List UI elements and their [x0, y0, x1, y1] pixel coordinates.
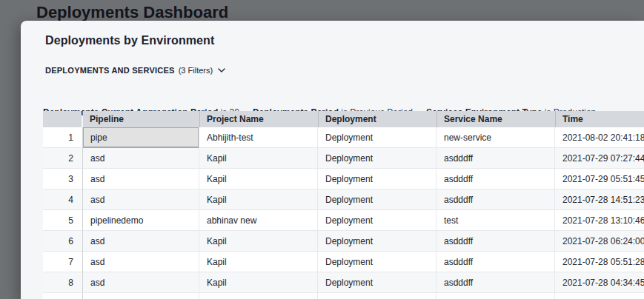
cell-pipeline[interactable]: asd — [83, 148, 199, 169]
cell-pipeline[interactable]: pipelinedemo — [83, 210, 199, 231]
cell-time[interactable]: 2021-07-28 13:10:46 — [555, 210, 644, 231]
cell-pipeline[interactable]: asd — [83, 189, 199, 210]
table-header-corner — [43, 111, 82, 127]
page-title: Deployments Dashboard — [36, 3, 228, 22]
cell-project-name[interactable]: Abhijith-test — [199, 127, 318, 148]
filters-count: (3 Filters) — [179, 66, 213, 75]
row-number: 3 — [43, 169, 83, 189]
cell-time[interactable]: 2021-07-28 06:24:00 — [555, 231, 644, 252]
cell-time[interactable]: 2021-07-28 14:51:23 — [555, 189, 644, 210]
cell-deployment[interactable]: Deployment — [318, 189, 436, 210]
cell-deployment[interactable]: Deployment — [318, 210, 436, 231]
cell-service-name[interactable]: asdddff — [436, 148, 555, 169]
column-header-project-name[interactable]: Project Name — [199, 111, 318, 127]
cell-deployment[interactable]: Deployment — [318, 252, 436, 272]
row-number: 5 — [43, 210, 83, 231]
cell-project-name[interactable]: Kapil — [199, 189, 318, 210]
deployments-table: PipelineProject NameDeploymentService Na… — [43, 111, 644, 299]
table-header-row: PipelineProject NameDeploymentService Na… — [43, 111, 644, 127]
row-number: 7 — [43, 252, 83, 272]
cell-pipeline[interactable]: asd — [83, 293, 199, 299]
filters-section-label: DEPLOYMENTS AND SERVICES — [45, 66, 175, 75]
table-row: 3asdKapilDeploymentasdddff2021-07-29 05:… — [43, 169, 644, 189]
cell-time[interactable]: 2021-07-28 04:34:45 — [555, 272, 644, 293]
column-header-deployment[interactable]: Deployment — [318, 111, 436, 127]
cell-time[interactable]: 2021-07-28 04:14:45 — [555, 293, 644, 299]
cell-time[interactable]: 2021-08-02 20:41:18 — [555, 127, 644, 148]
cell-pipeline[interactable]: asd — [83, 272, 199, 293]
cell-pipeline[interactable]: pipe — [83, 127, 199, 148]
cell-service-name[interactable]: asdddff — [436, 272, 555, 293]
cell-deployment[interactable]: Deployment — [318, 127, 436, 148]
cell-deployment[interactable]: Deployment — [318, 169, 436, 189]
filters-section-toggle[interactable]: DEPLOYMENTS AND SERVICES (3 Filters) — [45, 66, 225, 75]
column-header-pipeline[interactable]: Pipeline — [83, 111, 199, 127]
card-title: Deployments by Environment — [45, 34, 214, 47]
row-number: 4 — [43, 189, 83, 210]
cell-time[interactable]: 2021-07-28 05:51:28 — [555, 252, 644, 272]
cell-deployment[interactable]: Deployment — [318, 231, 436, 252]
deployments-by-environment-card: Deployments by Environment DEPLOYMENTS A… — [21, 21, 644, 299]
cell-service-name[interactable]: test — [436, 210, 555, 231]
cell-project-name[interactable]: Kapil — [199, 293, 318, 299]
cell-time[interactable]: 2021-07-29 05:51:45 — [555, 169, 644, 189]
row-number: 1 — [43, 127, 83, 148]
cell-service-name[interactable]: asdddff — [436, 189, 555, 210]
cell-project-name[interactable]: Kapil — [199, 148, 318, 169]
cell-service-name[interactable]: asdddff — [436, 231, 555, 252]
cell-project-name[interactable]: Kapil — [199, 169, 318, 189]
column-header-service-name[interactable]: Service Name — [436, 111, 555, 127]
cell-deployment[interactable]: Deployment — [318, 272, 436, 293]
table-row: 8asdKapilDeploymentasdddff2021-07-28 04:… — [43, 272, 644, 293]
table-row: 5pipelinedemoabhinav newDeploymenttest20… — [43, 210, 644, 231]
table-row: 1pipeAbhijith-testDeploymentnew-service2… — [43, 127, 644, 148]
cell-deployment[interactable]: Deployment — [318, 148, 436, 169]
cell-project-name[interactable]: Kapil — [199, 272, 318, 293]
table-row: 7asdKapilDeploymentasdddff2021-07-28 05:… — [43, 252, 644, 272]
cell-time[interactable]: 2021-07-29 07:27:44 — [555, 148, 644, 169]
cell-pipeline[interactable]: asd — [83, 231, 199, 252]
chevron-down-icon — [218, 68, 225, 73]
table-row: 9asdKapilDeploymentasdddff2021-07-28 04:… — [43, 293, 644, 299]
cell-service-name[interactable]: asdddff — [436, 252, 555, 272]
column-header-time[interactable]: Time — [555, 111, 644, 127]
row-number: 9 — [43, 293, 83, 299]
table-row: 4asdKapilDeploymentasdddff2021-07-28 14:… — [43, 189, 644, 210]
cell-deployment[interactable]: Deployment — [318, 293, 436, 299]
cell-project-name[interactable]: Kapil — [199, 231, 318, 252]
cell-service-name[interactable]: asdddff — [436, 293, 555, 299]
cell-service-name[interactable]: asdddff — [436, 169, 555, 189]
cell-pipeline[interactable]: asd — [83, 252, 199, 272]
cell-project-name[interactable]: abhinav new — [199, 210, 318, 231]
table-row: 6asdKapilDeploymentasdddff2021-07-28 06:… — [43, 231, 644, 252]
row-number: 6 — [43, 231, 83, 252]
cell-project-name[interactable]: Kapil — [199, 252, 318, 272]
row-number: 2 — [43, 148, 83, 169]
table-row: 2asdKapilDeploymentasdddff2021-07-29 07:… — [43, 148, 644, 169]
cell-pipeline[interactable]: asd — [83, 169, 199, 189]
cell-service-name[interactable]: new-service — [436, 127, 555, 148]
row-number: 8 — [43, 272, 83, 293]
table-body: 1pipeAbhijith-testDeploymentnew-service2… — [43, 127, 644, 299]
